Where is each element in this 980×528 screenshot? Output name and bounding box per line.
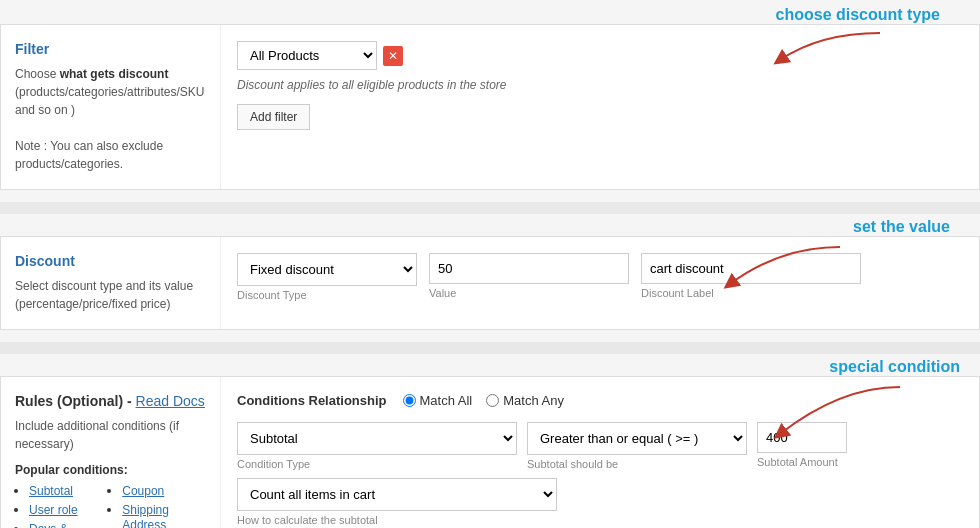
coupon-link[interactable]: Coupon [122,484,164,498]
add-filter-button[interactable]: Add filter [237,104,310,130]
radio-group: Match All Match Any [403,393,564,408]
discount-value-group: Value [429,253,629,299]
subtotal-calc-label: How to calculate the subtotal [237,514,963,526]
rules-left-panel: Rules (Optional) - Read Docs Include add… [1,377,221,528]
condition-type-group: Subtotal Condition Type [237,422,517,470]
discount-description: Select discount type and its value (perc… [15,277,206,313]
condition-type-select[interactable]: Subtotal [237,422,517,455]
discount-value-label: Value [429,287,629,299]
match-all-option[interactable]: Match All [403,393,473,408]
subtotal-condition-group: Greater than or equal ( >= ) Subtotal sh… [527,422,747,470]
discount-type-select[interactable]: Fixed discount [237,253,417,286]
read-docs-link[interactable]: Read Docs [136,393,205,409]
condition-type-label: Condition Type [237,458,517,470]
filter-left-panel: Filter Choose what gets discount (produc… [1,25,221,189]
subtotal-condition-select[interactable]: Greater than or equal ( >= ) [527,422,747,455]
discount-value-input[interactable] [429,253,629,284]
match-any-option[interactable]: Match Any [486,393,564,408]
choose-discount-annotation: choose discount type [776,6,940,24]
match-all-label: Match All [420,393,473,408]
discount-title: Discount [15,253,206,269]
discount-type-group: Fixed discount Discount Type [237,253,417,301]
all-products-select[interactable]: All Products [237,41,377,70]
days-time-link[interactable]: Days & Time [29,522,68,528]
subtotal-amount-label: Subtotal Amount [757,456,847,468]
discount-left-panel: Discount Select discount type and its va… [1,237,221,329]
subtotal-link[interactable]: Subtotal [29,484,73,498]
annotation-arrow-rules [720,382,920,442]
subtotal-cond-label: Subtotal should be [527,458,747,470]
discount-right-panel: Fixed discount Discount Type Value Disco… [221,237,979,321]
annotation-arrow-filter [740,28,900,68]
match-any-label: Match Any [503,393,564,408]
subtotal-calc-group: Count all items in cart How to calculate… [237,478,963,526]
section-separator-1 [0,202,980,214]
user-role-link[interactable]: User role [29,503,78,517]
special-condition-annotation: special condition [829,358,960,376]
conditions-relationship-label: Conditions Relationship [237,393,387,408]
discount-type-label: Discount Type [237,289,417,301]
shipping-address-link[interactable]: Shipping Address [122,503,169,528]
match-any-radio[interactable] [486,394,499,407]
popular-left-col: Subtotal User role Days & Time Purchase … [15,483,92,528]
subtotal-calc-select[interactable]: Count all items in cart [237,478,557,511]
popular-right-col: Coupon Shipping Address Category Combina… [108,483,206,528]
section-separator-2 [0,342,980,354]
rules-title: Rules (Optional) - Read Docs [15,393,206,409]
popular-conditions-title: Popular conditions: [15,463,206,477]
rules-description: Include additional conditions (if necess… [15,417,206,453]
filter-description: Choose what gets discount (products/cate… [15,65,206,173]
annotation-arrow-discount [680,242,860,292]
filter-title: Filter [15,41,206,57]
match-all-radio[interactable] [403,394,416,407]
filter-remove-button[interactable]: ✕ [383,46,403,66]
subtotal-calc-row: Count all items in cart How to calculate… [237,478,963,526]
filter-hint: Discount applies to all eligible product… [237,78,963,92]
set-value-annotation: set the value [853,218,950,236]
popular-links: Subtotal User role Days & Time Purchase … [15,483,206,528]
